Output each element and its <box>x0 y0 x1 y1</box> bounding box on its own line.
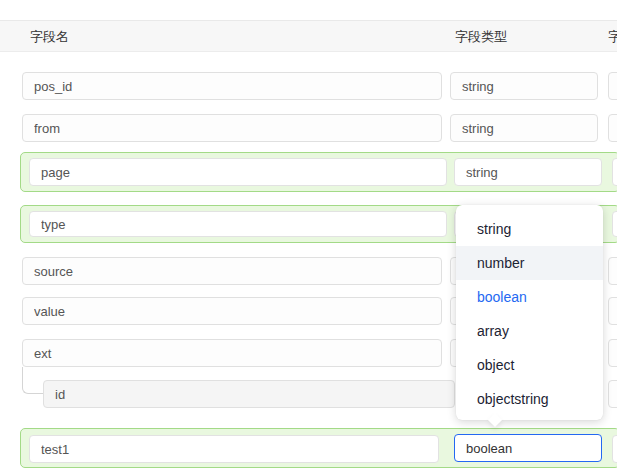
field-extra-input[interactable] <box>608 114 617 142</box>
field-type-input-focused[interactable] <box>454 434 602 462</box>
field-row-page-highlighted <box>20 152 617 192</box>
field-type-input[interactable] <box>454 158 602 186</box>
field-name-input[interactable] <box>22 339 442 367</box>
type-dropdown-menu: string number boolean array object objec… <box>456 205 603 420</box>
field-extra-input[interactable] <box>612 158 617 186</box>
dropdown-option-string[interactable]: string <box>456 212 603 246</box>
header-field-extra: 字 <box>608 21 617 53</box>
dropdown-option-array[interactable]: array <box>456 314 603 348</box>
field-extra-input[interactable] <box>608 380 617 408</box>
field-name-input[interactable] <box>22 297 442 325</box>
field-type-input[interactable] <box>450 114 598 142</box>
header-field-type: 字段类型 <box>455 21 507 53</box>
field-extra-input[interactable] <box>612 435 617 463</box>
table-header: 字段名 字段类型 字 <box>0 20 617 52</box>
dropdown-option-objectstring[interactable]: objectstring <box>456 382 603 416</box>
field-extra-input[interactable] <box>608 257 617 285</box>
field-extra-input[interactable] <box>608 72 617 100</box>
field-extra-input[interactable] <box>608 339 617 367</box>
field-name-input[interactable] <box>43 380 455 408</box>
field-name-input[interactable] <box>29 435 439 463</box>
field-name-input[interactable] <box>22 114 442 142</box>
field-row-from <box>0 114 617 142</box>
field-row-pos_id <box>0 72 617 100</box>
field-name-input[interactable] <box>22 72 442 100</box>
dropdown-option-boolean[interactable]: boolean <box>456 280 603 314</box>
field-name-input[interactable] <box>22 257 442 285</box>
field-extra-input[interactable] <box>608 297 617 325</box>
field-type-input[interactable] <box>450 72 598 100</box>
field-row-test1-highlighted <box>20 428 617 468</box>
schema-editor: 字段名 字段类型 字 <box>0 0 617 473</box>
dropdown-option-object[interactable]: object <box>456 348 603 382</box>
field-name-input[interactable] <box>29 158 447 186</box>
dropdown-option-number[interactable]: number <box>456 246 603 280</box>
header-field-name: 字段名 <box>30 21 69 53</box>
field-extra-input[interactable] <box>612 211 617 237</box>
field-name-input[interactable] <box>29 211 447 237</box>
